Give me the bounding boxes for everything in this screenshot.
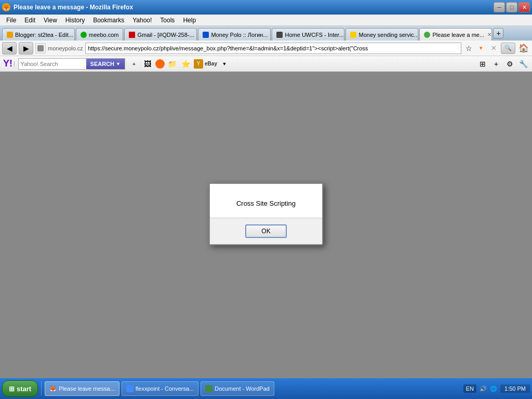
site-favicon-icon <box>37 45 44 51</box>
yahoo-toolbar: Y! | SEARCH ▼ + 🖼 📁 ⭐ Y eBay ▼ ⊞ + ⚙ 🔧 <box>0 56 532 72</box>
new-tab-button[interactable]: + <box>493 28 503 38</box>
yahoo-folder-icon[interactable]: 📁 <box>167 58 178 70</box>
tab-meebo[interactable]: meebo.com <box>76 28 123 41</box>
yahoo-star-icon[interactable]: ⭐ <box>180 58 192 70</box>
tab-label-gmail: Gmail - [#QDW-258-... <box>137 32 194 38</box>
menu-tools[interactable]: Tools <box>156 16 179 25</box>
domain-label: moneypolo.cz <box>48 45 83 51</box>
yahoo-plus-icon[interactable]: + <box>490 58 502 70</box>
yahoo-photo-icon[interactable]: 🖼 <box>142 58 153 70</box>
tab-label-uwcf: Home UWCFS - Inter... <box>285 32 343 38</box>
forward-button[interactable]: ▶ <box>19 42 33 55</box>
rss-icon[interactable]: ▾ <box>476 43 486 54</box>
alert-dialog: Cross Site Scripting OK <box>209 183 323 245</box>
menu-file[interactable]: File <box>2 16 20 25</box>
back-button[interactable]: ◀ <box>2 42 17 55</box>
yahoo-gear-icon[interactable]: 🔧 <box>517 58 529 70</box>
tab-label-please: Please leave a me... <box>432 32 484 38</box>
menu-bookmarks[interactable]: Bookmarks <box>89 16 128 25</box>
browser-content: Cross Site Scripting OK <box>0 72 532 363</box>
tab-label-msend: Money sending servic... <box>358 32 418 38</box>
title-bar: 🦊 Please leave a message - Mozilla Firef… <box>0 0 532 15</box>
alert-message-area: Cross Site Scripting <box>210 184 322 218</box>
clear-address-icon[interactable]: ✕ <box>488 43 499 54</box>
window-title: Please leave a message - Mozilla Firefox <box>14 4 133 11</box>
alert-message: Cross Site Scripting <box>236 200 296 207</box>
yahoo-grid-icon[interactable]: ⊞ <box>477 58 488 70</box>
yahoo-search-box[interactable]: SEARCH ▼ <box>18 58 125 70</box>
tab-gmail[interactable]: Gmail - [#QDW-258-... <box>124 28 197 41</box>
tab-label-meebo: meebo.com <box>89 32 118 38</box>
yahoo-circle-icon[interactable] <box>155 59 165 69</box>
search-go-button[interactable]: 🔍 <box>501 43 515 54</box>
address-input[interactable] <box>85 43 461 54</box>
tab-msend[interactable]: Money sending servic... <box>345 28 418 41</box>
firefox-icon: 🦊 <box>2 3 10 11</box>
tab-mpolo[interactable]: Money Polo :: Логин... <box>198 28 271 41</box>
yahoo-right-icons: ⊞ + ⚙ 🔧 <box>477 58 529 70</box>
yahoo-separator: | <box>14 61 15 66</box>
yahoo-toolbar-icons: + 🖼 📁 ⭐ Y eBay ▼ <box>128 58 230 70</box>
alert-ok-button[interactable]: OK <box>245 224 287 238</box>
tab-favicon-gmail <box>129 32 135 38</box>
tab-favicon-uwcf <box>276 32 283 38</box>
menu-edit[interactable]: Edit <box>20 16 39 25</box>
tab-favicon-please <box>424 32 430 38</box>
window-controls: ─ □ ✕ <box>494 2 530 12</box>
tab-bar: Blogger: st2tea - Edit... meebo.com Gmai… <box>0 26 532 41</box>
menu-bar: File Edit View History Bookmarks Yahoo! … <box>0 15 532 26</box>
yahoo-ebay-icon[interactable]: eBay <box>205 58 217 70</box>
menu-yahoo[interactable]: Yahoo! <box>128 16 156 25</box>
yahoo-logo: Y! <box>3 58 12 69</box>
alert-button-area: OK <box>210 218 322 244</box>
tab-label-blogger: Blogger: st2tea - Edit... <box>15 32 73 38</box>
tab-favicon-blogger <box>7 32 13 38</box>
tab-favicon-meebo <box>81 32 87 38</box>
close-button[interactable]: ✕ <box>518 2 530 12</box>
minimize-button[interactable]: ─ <box>494 2 505 12</box>
tab-label-mpolo: Money Polo :: Логин... <box>211 32 268 38</box>
yahoo-search-input[interactable] <box>19 59 86 69</box>
tab-favicon-mpolo <box>203 32 209 38</box>
yahoo-search-button[interactable]: SEARCH ▼ <box>86 59 125 69</box>
maximize-button[interactable]: □ <box>506 2 517 12</box>
address-bar: ◀ ▶ moneypolo.cz ☆ ▾ ✕ 🔍 🏠 <box>0 41 532 56</box>
tab-favicon-msend <box>350 32 356 38</box>
yahoo-icon-1[interactable]: + <box>128 58 140 70</box>
menu-help[interactable]: Help <box>179 16 200 25</box>
tab-please[interactable]: Please leave a me... ✕ <box>419 28 492 41</box>
dropdown-arrow-icon: ▼ <box>116 61 121 66</box>
tab-blogger[interactable]: Blogger: st2tea - Edit... <box>2 28 75 41</box>
tab-close-please[interactable]: ✕ <box>487 32 491 37</box>
yahoo-shield-icon[interactable]: Y <box>194 59 203 69</box>
tab-uwcf[interactable]: Home UWCFS - Inter... <box>272 28 344 41</box>
menu-view[interactable]: View <box>39 16 61 25</box>
yahoo-search-label: SEARCH <box>90 61 114 67</box>
yahoo-settings-icon[interactable]: ⚙ <box>504 58 515 70</box>
bookmark-star-icon[interactable]: ☆ <box>463 43 474 54</box>
magnify-icon: 🔍 <box>504 45 512 51</box>
yahoo-dropdown-icon[interactable]: ▼ <box>219 58 230 70</box>
home-button[interactable]: 🏠 <box>517 43 530 54</box>
menu-history[interactable]: History <box>61 16 89 25</box>
site-favicon <box>35 43 46 54</box>
